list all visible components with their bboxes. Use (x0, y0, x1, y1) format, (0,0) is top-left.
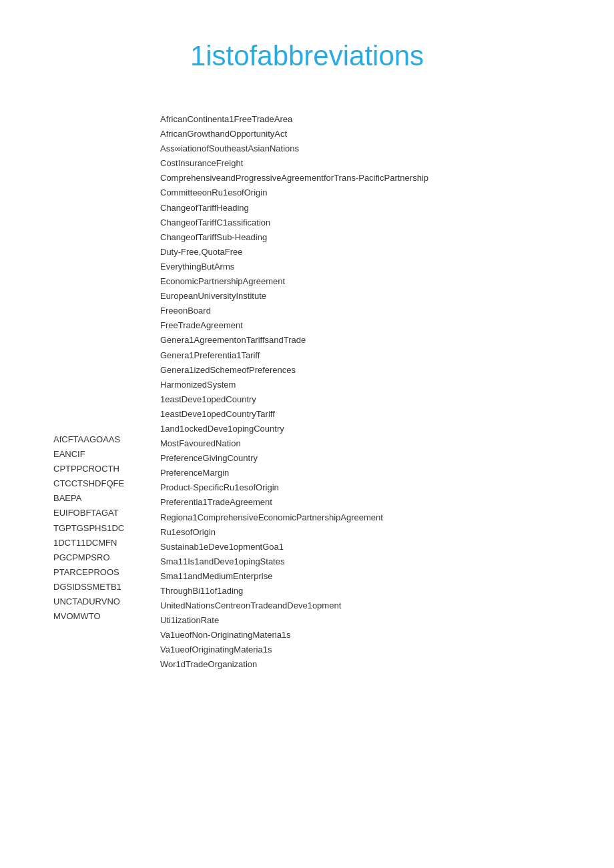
list-item: TGPTGSPHS1DC (53, 521, 160, 536)
list-item: CPTPPCROCTH (53, 462, 160, 476)
list-item: 1eastDeve1opedCountry (160, 392, 614, 407)
list-item: Va1ueofOriginatingMateria1s (160, 642, 614, 657)
list-item: Sma11Is1andDeve1opingStates (160, 554, 614, 569)
list-item: UnitedNationsCentreonTradeandDeve1opment (160, 598, 614, 613)
list-item: EANCIF (53, 447, 160, 462)
list-item: PreferenceGivingCountry (160, 451, 614, 466)
list-item: Duty-Free,QuotaFree (160, 245, 614, 260)
list-item: EUIFOBFTAGAT (53, 506, 160, 520)
list-item: AfricanGrowthandOpportunityAct (160, 127, 614, 141)
list-item: HarmonizedSystem (160, 378, 614, 392)
list-item: ComprehensiveandProgressiveAgreementforT… (160, 171, 614, 185)
list-item: ChangeofTariffHeading (160, 201, 614, 215)
list-item: Wor1dTradeOrganization (160, 657, 614, 672)
list-item: EuropeanUniversityInstitute (160, 289, 614, 304)
list-item: PreferenceMargin (160, 466, 614, 480)
right-column: AfricanContinenta1FreeTradeAreaAfricanGr… (160, 112, 614, 673)
page-container: 1istofabbreviations AfCFTAAGOAASEANCIFCP… (0, 0, 614, 868)
list-item: CTCCTSHDFQFE (53, 476, 160, 491)
list-item: BAEPA (53, 491, 160, 506)
list-item: ChangeofTariffSub-Heading (160, 230, 614, 245)
list-item: UNCTADURVNO (53, 594, 160, 609)
list-item: FreeTradeAgreement (160, 318, 614, 333)
list-item: AfCFTAAGOAAS (53, 432, 160, 447)
list-item: MostFavouredNation (160, 436, 614, 451)
list-item: EverythingButArms (160, 260, 614, 274)
list-item: Genera1AgreementonTariffsandTrade (160, 333, 614, 348)
list-item: Uti1izationRate (160, 613, 614, 628)
list-item: Va1ueofNon-OriginatingMateria1s (160, 628, 614, 642)
list-item: MVOMWTO (53, 609, 160, 624)
list-item: 1and1ockedDeve1opingCountry (160, 422, 614, 436)
list-item: Ru1esofOrigin (160, 525, 614, 540)
list-item: PGCPMPSRO (53, 550, 160, 565)
list-item: 1eastDeve1opedCountryTariff (160, 407, 614, 422)
list-item: Sustainab1eDeve1opmentGoa1 (160, 540, 614, 554)
list-item: CommitteeonRu1esofOrigin (160, 185, 614, 200)
list-item: CostInsuranceFreight (160, 156, 614, 171)
list-item: Ass∞iationofSoutheastAsianNations (160, 141, 614, 156)
list-item: PTARCEPROOS (53, 565, 160, 580)
list-item: Genera1izedSchemeofPreferences (160, 363, 614, 378)
list-item: ThroughBi11of1ading (160, 584, 614, 598)
list-item: EconomicPartnershipAgreement (160, 274, 614, 289)
list-item: AfricanContinenta1FreeTradeArea (160, 112, 614, 127)
content-area: AfCFTAAGOAASEANCIFCPTPPCROCTHCTCCTSHDFQF… (0, 112, 614, 673)
list-item: Product-SpecificRu1esofOrigin (160, 480, 614, 495)
list-item: Genera1Preferentia1Tariff (160, 348, 614, 363)
list-item: ChangeofTariffC1assification (160, 215, 614, 230)
list-item: Preferentia1TradeAgreement (160, 495, 614, 510)
list-item: Sma11andMediumEnterprise (160, 569, 614, 584)
list-item: FreeonBoard (160, 304, 614, 318)
left-column: AfCFTAAGOAASEANCIFCPTPPCROCTHCTCCTSHDFQF… (53, 112, 160, 673)
page-title: 1istofabbreviations (0, 40, 614, 72)
list-item: Regiona1ComprehensiveEconomicPartnership… (160, 510, 614, 525)
list-item: 1DCT11DCMFN (53, 536, 160, 550)
list-item: DGSIDSSMETB1 (53, 580, 160, 594)
